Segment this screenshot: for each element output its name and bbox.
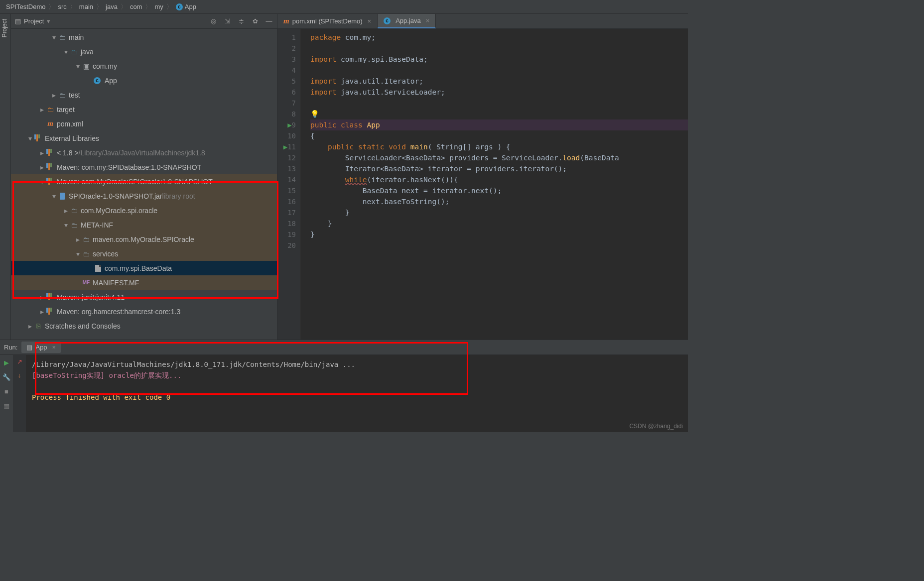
- settings-icon[interactable]: ✿: [251, 17, 259, 25]
- tree-arrow-icon[interactable]: ▾: [74, 250, 82, 258]
- tree-row[interactable]: ▸⎘Scratches and Consoles: [11, 319, 277, 333]
- breadcrumb-item[interactable]: SPITestDemo: [4, 3, 47, 10]
- run-icon[interactable]: ▶: [4, 359, 9, 366]
- close-icon[interactable]: ×: [52, 344, 56, 351]
- tree-row[interactable]: com.my.spi.BaseData: [11, 261, 277, 275]
- code-line[interactable]: BaseData next = iterator.next();: [310, 185, 688, 196]
- breadcrumb-item[interactable]: com: [128, 3, 144, 10]
- run-gutter-icon[interactable]: ▶: [286, 119, 292, 130]
- tree-arrow-icon[interactable]: ▸: [38, 106, 46, 114]
- close-icon[interactable]: ×: [426, 17, 430, 24]
- gutter-line[interactable]: 5: [277, 76, 296, 87]
- gutter-line[interactable]: 15: [277, 185, 296, 196]
- breadcrumb-item[interactable]: main: [77, 3, 95, 10]
- code-line[interactable]: ServiceLoader<BaseData> providers = Serv…: [310, 152, 688, 163]
- gutter-line[interactable]: 18: [277, 218, 296, 229]
- tree-row[interactable]: ▾External Libraries: [11, 131, 277, 145]
- gutter-line[interactable]: 19: [277, 229, 296, 240]
- tree-arrow-icon[interactable]: ▾: [50, 33, 58, 41]
- code-line[interactable]: [310, 43, 688, 54]
- tree-row[interactable]: cApp: [11, 73, 277, 88]
- code-line[interactable]: package com.my;: [310, 32, 688, 43]
- gutter-line[interactable]: 4: [277, 65, 296, 76]
- code-line[interactable]: next.baseToString();: [310, 196, 688, 207]
- editor-tab[interactable]: cApp.java×: [378, 14, 436, 28]
- wrench-icon[interactable]: 🔧: [2, 373, 10, 381]
- tree-arrow-icon[interactable]: ▾: [26, 134, 34, 142]
- tree-row[interactable]: ▸🗀maven.com.MyOracle.SPIOracle: [11, 232, 277, 246]
- tree-arrow-icon[interactable]: ▸: [38, 149, 46, 157]
- gutter-line[interactable]: 16: [277, 196, 296, 207]
- project-tree[interactable]: ▾🗀main▾🗀java▾▣com.mycApp▸🗀test▸🗀targetmp…: [11, 29, 277, 340]
- code-line[interactable]: [310, 98, 688, 109]
- breadcrumb-item[interactable]: src: [56, 3, 68, 10]
- tree-row[interactable]: ▾🗀services: [11, 246, 277, 261]
- tree-row[interactable]: ▾▣com.my: [11, 59, 277, 73]
- gutter-line[interactable]: 20: [277, 240, 296, 251]
- gutter-line[interactable]: 12: [277, 152, 296, 163]
- code-line[interactable]: }: [310, 229, 688, 240]
- project-tool-tab[interactable]: Project: [0, 14, 9, 42]
- run-output[interactable]: /Library/Java/JavaVirtualMachines/jdk1.8…: [26, 355, 688, 432]
- gutter-line[interactable]: 17: [277, 207, 296, 218]
- run-config-tab[interactable]: ▤ App ×: [21, 342, 61, 353]
- gutter-line[interactable]: 2: [277, 43, 296, 54]
- target-icon[interactable]: ◎: [209, 17, 217, 25]
- code-line[interactable]: while(iterator.hasNext()){: [310, 174, 688, 185]
- code-line[interactable]: Iterator<BaseData> iterator = providers.…: [310, 163, 688, 174]
- tree-arrow-icon[interactable]: ▸: [62, 207, 70, 215]
- breadcrumb-item[interactable]: my: [152, 3, 165, 10]
- tree-arrow-icon[interactable]: ▾: [62, 48, 70, 56]
- code-line[interactable]: public static void main( String[] args )…: [310, 141, 688, 152]
- tree-arrow-icon[interactable]: ▸: [74, 235, 82, 243]
- expand-icon[interactable]: ⇲: [223, 17, 231, 25]
- code-line[interactable]: {: [310, 130, 688, 141]
- tree-arrow-icon[interactable]: ▸: [38, 163, 46, 171]
- gutter-line[interactable]: 6: [277, 87, 296, 98]
- gutter-line[interactable]: 3: [277, 54, 296, 65]
- tree-row[interactable]: ▸🗀test: [11, 88, 277, 102]
- tree-row[interactable]: ▸🗀com.MyOracle.spi.oracle: [11, 203, 277, 218]
- tree-arrow-icon[interactable]: ▸: [26, 322, 34, 330]
- down-icon[interactable]: ↓: [18, 371, 21, 379]
- code-line[interactable]: import com.my.spi.BaseData;: [310, 54, 688, 65]
- tree-arrow-icon[interactable]: ▸: [38, 308, 46, 316]
- tree-row[interactable]: ▸Maven: org.hamcrest:hamcrest-core:1.3: [11, 304, 277, 319]
- tree-row[interactable]: ▾🗀java: [11, 44, 277, 59]
- code-line[interactable]: }: [310, 207, 688, 218]
- code-line[interactable]: import java.util.Iterator;: [310, 76, 688, 87]
- tree-arrow-icon[interactable]: ▸: [38, 293, 46, 301]
- gutter-line[interactable]: 7: [277, 98, 296, 109]
- layout-icon[interactable]: ▦: [3, 402, 9, 410]
- run-gutter-icon[interactable]: ▶: [281, 141, 287, 152]
- stop-icon[interactable]: ■: [4, 388, 8, 395]
- chevron-down-icon[interactable]: ▾: [47, 17, 50, 25]
- tree-arrow-icon[interactable]: ▾: [74, 62, 82, 70]
- gutter-line[interactable]: 1: [277, 32, 296, 43]
- rerun-icon[interactable]: ↗: [17, 358, 22, 365]
- tree-arrow-icon[interactable]: ▾: [38, 178, 46, 186]
- code-editor[interactable]: package com.my;import com.my.spi.BaseDat…: [300, 29, 688, 340]
- tree-row[interactable]: ▾🗀META-INF: [11, 218, 277, 232]
- gutter-line[interactable]: 10: [277, 130, 296, 141]
- tree-row[interactable]: mpom.xml: [11, 116, 277, 131]
- gutter-line[interactable]: 14: [277, 174, 296, 185]
- tree-row[interactable]: ▸🗀target: [11, 102, 277, 116]
- code-line[interactable]: public class App: [310, 119, 688, 130]
- tree-row[interactable]: MFMANIFEST.MF: [11, 275, 277, 290]
- tree-row[interactable]: ▸< 1.8 > /Library/Java/JavaVirtualMachin…: [11, 145, 277, 160]
- collapse-icon[interactable]: ≑: [237, 17, 245, 25]
- gutter-line[interactable]: ▶9: [277, 119, 296, 130]
- code-line[interactable]: [310, 65, 688, 76]
- tree-row[interactable]: ▾🗀main: [11, 30, 277, 44]
- code-line[interactable]: 💡: [310, 109, 688, 119]
- code-line[interactable]: }: [310, 218, 688, 229]
- tree-row[interactable]: ▾SPIOracle-1.0-SNAPSHOT.jar library root: [11, 189, 277, 203]
- tree-arrow-icon[interactable]: ▾: [62, 221, 70, 229]
- breadcrumb-item[interactable]: c App: [174, 3, 198, 10]
- close-icon[interactable]: ×: [368, 17, 372, 25]
- tree-arrow-icon[interactable]: ▾: [50, 192, 58, 200]
- tree-row[interactable]: ▸Maven: com.my:SPIDatabase:1.0-SNAPSHOT: [11, 160, 277, 174]
- gutter-line[interactable]: 8: [277, 109, 296, 119]
- gutter-line[interactable]: 13: [277, 163, 296, 174]
